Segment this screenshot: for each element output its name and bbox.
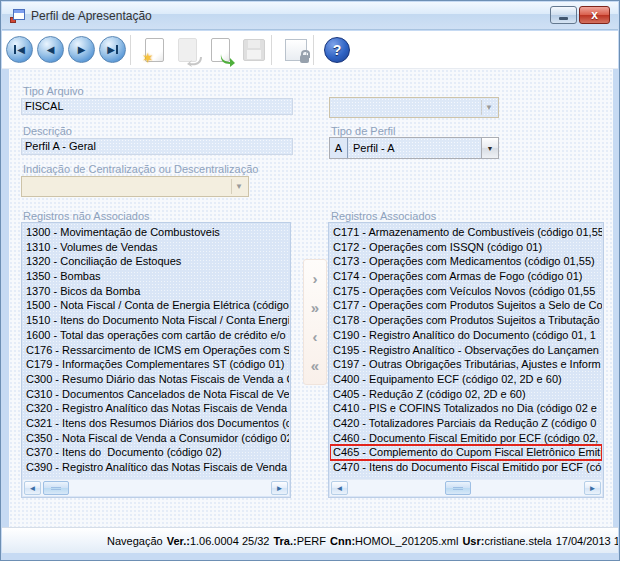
status-ver-label: Ver.:	[167, 535, 190, 547]
last-record-icon: ▶	[107, 45, 118, 55]
list-item[interactable]: C173 - Operações com Medicamentos (códig…	[330, 254, 602, 269]
registros-nao-associados-list: 1300 - Movimentação de Combustoveis1310 …	[21, 222, 291, 498]
list-item[interactable]: C460 - Documento Fiscal Emitido por ECF …	[330, 431, 602, 446]
list-item[interactable]: 1510 - Itens do Documento Nota Fiscal / …	[23, 313, 289, 328]
status-tra-label: Tra.:	[273, 535, 296, 547]
save-disk-button	[240, 36, 267, 64]
status-bar: Navegação Ver.: 1.06.0004 25/32 Tra.: PE…	[2, 527, 618, 553]
move-all-right-button[interactable]: »	[304, 295, 326, 319]
first-record-button[interactable]: ◀	[6, 36, 33, 63]
list-item[interactable]: C370 - Itens do Documento (código 02)	[23, 445, 289, 460]
list-item[interactable]: C197 - Outras Obrigações Tributárias, Aj…	[330, 357, 602, 372]
lock-button[interactable]	[282, 36, 309, 64]
save-confirm-button[interactable]	[207, 36, 234, 64]
list-item[interactable]: 1500 - Nota Fiscal / Conta de Energia El…	[23, 298, 289, 313]
list-item[interactable]: C179 - Informações Complementares ST (có…	[23, 357, 289, 372]
status-ver-value: 1.06.0004 25/32	[190, 535, 270, 547]
list-item[interactable]: C172 - Operações com ISSQN (código 01)	[330, 240, 602, 255]
secondary-combo: ▼	[329, 97, 499, 118]
list-item[interactable]: 1300 - Movimentação de Combustoveis	[23, 225, 289, 240]
list-item[interactable]: C300 - Resumo Diário das Notas Fiscais d…	[23, 372, 289, 387]
tipo-arquivo-field[interactable]: FISCAL	[21, 98, 293, 115]
horizontal-scrollbar[interactable]: ◄ ►	[23, 479, 289, 496]
list-item[interactable]: 1310 - Volumes de Vendas	[23, 240, 289, 255]
list-item[interactable]: 1320 - Conciliação de Estoques	[23, 254, 289, 269]
status-tra-value: PERF	[297, 535, 326, 547]
previous-record-icon: ◀	[47, 45, 55, 55]
scrollbar-thumb[interactable]	[43, 481, 69, 495]
undo-button	[174, 36, 201, 64]
list-item[interactable]: C400 - Equipamento ECF (código 02, 2D e …	[330, 372, 602, 387]
page-green-arrow-icon	[211, 38, 230, 62]
first-record-icon: ◀	[14, 45, 25, 55]
list-item[interactable]: 1370 - Bicos da Bomba	[23, 284, 289, 299]
window-title: Perfil de Apresentação	[31, 9, 152, 23]
list-item[interactable]: C405 - Redução Z (código 02, 2D e 60)	[330, 387, 602, 402]
close-icon: x	[591, 9, 598, 21]
horizontal-scrollbar[interactable]: ◄ ►	[330, 479, 602, 496]
descricao-label: Descrição	[23, 125, 72, 137]
list-item[interactable]: C310 - Documentos Cancelados de Nota Fis…	[23, 387, 289, 402]
list-item[interactable]: C470 - Itens do Documento Fiscal Emitido…	[330, 460, 602, 475]
list-item[interactable]: C175 - Operações com Veículos Novos (cód…	[330, 284, 602, 299]
previous-record-button[interactable]: ◀	[37, 36, 64, 63]
last-record-button[interactable]: ▶	[99, 36, 126, 63]
list-item[interactable]: C420 - Totalizadores Parciais da Redução…	[330, 416, 602, 431]
tipo-perfil-combo[interactable]: A Perfil - A ▼	[329, 137, 499, 159]
list-item[interactable]: C410 - PIS e COFINS Totalizados no Dia (…	[330, 401, 602, 416]
tipo-arquivo-label: Tipo Arquivo	[23, 85, 84, 97]
toolbar-separator	[313, 35, 314, 65]
toolbar-separator	[271, 35, 272, 65]
list-item[interactable]: C350 - Nota Fiscal de Venda a Consumidor…	[23, 431, 289, 446]
registros-associados-label: Registros Associados	[331, 210, 436, 222]
list-item[interactable]: C171 - Armazenamento de Combustíveis (có…	[330, 225, 602, 240]
help-icon: ?	[333, 42, 342, 58]
scrollbar-thumb[interactable]	[445, 481, 471, 495]
floppy-disk-icon	[243, 39, 265, 61]
dropdown-arrow-icon[interactable]: ▼	[481, 138, 498, 158]
transfer-buttons: › » ‹ «	[303, 259, 327, 385]
list-item[interactable]: C321 - Itens dos Resumos Diários dos Doc…	[23, 416, 289, 431]
tipo-perfil-value: Perfil - A	[348, 138, 481, 158]
toolbar: ◀ ◀ ▶ ▶ ✶ ?	[2, 31, 618, 69]
help-button[interactable]: ?	[324, 37, 350, 63]
list-item[interactable]: C320 - Registro Analítico das Notas Fisc…	[23, 401, 289, 416]
status-usr-label: Usr:	[462, 535, 484, 547]
list-item[interactable]: C174 - Operações com Armas de Fogo (códi…	[330, 269, 602, 284]
indicacao-label: Indicação de Centralização ou Descentral…	[23, 163, 258, 175]
indicacao-combo: ▼	[21, 176, 249, 197]
list-item[interactable]: C176 - Ressarcimento de ICMS em Operaçõe…	[23, 343, 289, 358]
descricao-field[interactable]: Perfil A - Geral	[21, 138, 293, 155]
next-record-button[interactable]: ▶	[68, 36, 95, 63]
list-item[interactable]: C465 - Complemento do Cupom Fiscal Eletr…	[330, 445, 602, 460]
list-item[interactable]: C190 - Registro Analítico do Documento (…	[330, 328, 602, 343]
list-item[interactable]: C177 - Operações com Produtos Sujeitos a…	[330, 298, 602, 313]
registros-nao-associados-label: Registros não Associados	[23, 210, 150, 222]
app-icon	[10, 9, 25, 23]
list-item[interactable]: 1600 - Total das operações com cartão de…	[23, 328, 289, 343]
move-right-button[interactable]: ›	[304, 266, 326, 290]
list-item[interactable]: 1350 - Bombas	[23, 269, 289, 284]
undo-icon	[178, 38, 197, 62]
move-left-button[interactable]: ‹	[304, 325, 326, 349]
minimize-button[interactable]	[550, 6, 577, 24]
app-window: Perfil de Apresentação x ◀ ◀ ▶ ▶ ✶	[0, 0, 620, 561]
tipo-perfil-label: Tipo de Perfil	[331, 125, 395, 137]
new-document-icon: ✶	[145, 38, 164, 62]
next-record-icon: ▶	[78, 45, 86, 55]
new-record-button[interactable]: ✶	[141, 36, 168, 64]
list-item[interactable]: C390 - Registro Analítico das Notas Fisc…	[23, 460, 289, 475]
status-cnn-value: HOMOL_201205.xml	[355, 535, 458, 547]
lock-icon	[285, 39, 307, 61]
form-area: Tipo Arquivo FISCAL ▼ Descrição Perfil A…	[9, 69, 613, 529]
scroll-left-icon[interactable]: ◄	[331, 481, 348, 495]
list-item[interactable]: C178 - Operações com Produtos Sujeitos a…	[330, 313, 602, 328]
list-item[interactable]: C195 - Registro Analítico - Observações …	[330, 343, 602, 358]
move-all-left-button[interactable]: «	[304, 354, 326, 378]
status-usr-value: cristiane.stela	[484, 535, 551, 547]
scroll-right-icon[interactable]: ►	[584, 481, 601, 495]
scroll-left-icon[interactable]: ◄	[24, 481, 41, 495]
close-button[interactable]: x	[579, 6, 610, 24]
dropdown-arrow-icon: ▼	[231, 179, 246, 194]
scroll-right-icon[interactable]: ►	[271, 481, 288, 495]
